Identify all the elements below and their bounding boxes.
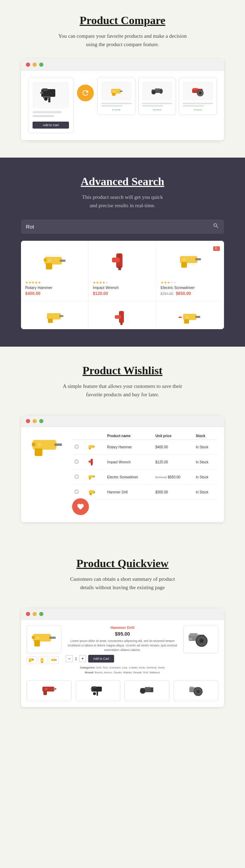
impact-wrench-price: $120.00 [93,291,152,296]
jigsaw-icon [40,86,62,105]
svg-rect-24 [118,266,121,270]
table-row: Electric Screwdriver $794.00 $650.00 In … [72,470,217,485]
dot-yellow-2 [33,419,37,423]
compare-main-product: Add to Cart [28,78,74,133]
wishlist-item-1-stock: In Stock [193,440,217,455]
svg-rect-1 [42,88,48,91]
compare-product-grinder: In Stock [138,78,176,115]
drill-icon [109,85,123,98]
wishlist-item-4-stock: In Stock [193,485,217,500]
svg-rect-54 [89,477,91,479]
main-product-image [33,82,69,108]
svg-rect-83 [91,688,92,689]
wishlist-title: Product Wishlist [21,364,224,377]
quickview-product-price: $95.00 [66,631,179,637]
svg-rect-13 [155,88,160,90]
drill-stock: In Stock [101,108,132,111]
svg-rect-32 [59,315,63,317]
svg-rect-67 [41,662,43,663]
svg-point-62 [36,636,39,639]
rotary-hammer-stars: ★★★★★ [25,281,84,284]
impact-wrench-image [93,246,152,278]
svg-point-85 [140,688,146,694]
bottom-circular-saw-icon [188,684,204,698]
bottom-grinder-icon [139,684,155,698]
row-checkbox-2[interactable] [75,460,78,463]
grinder-image [142,81,173,101]
quickview-product-name: Hammer Drill [66,625,179,630]
dot-green-3 [39,612,43,616]
sale-badge: PL [213,246,220,251]
search-result-impact-wrench[interactable]: ★★★★★ Impact Wrench $120.00 [89,241,156,301]
wishlist-browser-bar [21,415,224,427]
dot-green-2 [39,419,43,423]
svg-rect-68 [51,659,55,661]
heart-button[interactable] [72,498,89,515]
add-to-cart-button[interactable]: Add to Cart [33,122,69,129]
svg-point-45 [38,443,41,447]
svg-rect-65 [29,661,30,662]
wishlist-item-3-name: Electric Screwdriver [104,470,153,485]
drill-image [101,81,132,101]
svg-rect-29 [181,262,187,268]
bottom-product-4 [174,680,218,701]
wishlist-col-price: Unit price [153,433,193,440]
row-checkbox-1[interactable] [75,445,78,448]
electric-screwdriver-image: PL [161,246,220,278]
bottom-product-3 [125,680,169,701]
quickview-thumb-2[interactable] [38,656,48,664]
search-result-rotary-hammer[interactable]: ★★★★★ Rotary Hammer $400.00 [21,241,89,301]
svg-rect-75 [42,687,54,692]
wishlist-item-2-price: $120.00 [153,455,193,470]
search-results-bottom [21,301,224,329]
quickview-drill-icon [30,628,58,651]
quantity-decrease-button[interactable]: − [66,655,73,662]
compare-content: Add to Cart [21,71,224,140]
svg-rect-35 [120,322,122,325]
svg-point-11 [152,90,156,94]
svg-point-30 [183,258,186,261]
row-checkbox-4[interactable] [75,490,78,493]
svg-rect-21 [44,259,47,261]
compare-arrow [77,85,94,101]
add-to-cart-button[interactable]: Add to Cart [88,655,114,663]
search-results: ★★★★★ Rotary Hammer $400.00 ★★★★★ Impact… [21,241,224,329]
dot-green [39,63,43,67]
search-input[interactable] [26,219,213,234]
wishlist-item-1-price: $400.00 [153,440,193,455]
compare-browser-mockup: Add to Cart [21,59,224,140]
svg-rect-66 [41,658,43,662]
quickview-thumbnail-row [27,656,62,664]
search-input-wrap[interactable] [21,219,224,234]
search-subtitle: This product search will get you quickan… [21,193,224,210]
svg-rect-41 [33,440,56,450]
wishlist-item-2-name: Impact Wrench [104,455,153,470]
quickview-thumb-3[interactable] [49,656,59,664]
svg-rect-36 [115,315,121,319]
dot-yellow-3 [33,612,37,616]
search-result-electric-screwdriver[interactable]: PL ★★★★★ Electric Screwdriver $794.00 $6… [156,241,224,301]
rotary-hammer-name: Rotary Hammer [25,285,84,290]
section-search: Advanced Search This product search will… [0,158,245,347]
bottom-product-1 [27,680,71,701]
refresh-icon[interactable] [77,85,94,101]
bottom-product-2 [76,680,120,701]
svg-rect-74 [189,638,192,640]
bottom-jigsaw-icon [90,684,106,698]
svg-rect-38 [195,316,200,318]
partial-sale-badge [178,317,182,318]
compare-other-products: In Stock [97,78,217,115]
search-partial-2 [89,301,156,329]
wishlist-main-image [28,433,66,461]
svg-rect-76 [54,688,56,690]
quantity-increase-button[interactable]: + [79,655,86,662]
partial-3-img [161,307,219,328]
wishlist-col-stock: Stock [193,433,217,440]
quickview-thumb-1[interactable] [27,656,36,664]
wishlist-browser-mockup: Product name Unit price Stock [21,415,224,522]
row-checkbox-3[interactable] [75,475,78,478]
svg-rect-86 [150,687,153,692]
svg-rect-17 [193,88,198,90]
svg-rect-44 [32,443,35,446]
bottom-drill-icon [41,684,57,698]
